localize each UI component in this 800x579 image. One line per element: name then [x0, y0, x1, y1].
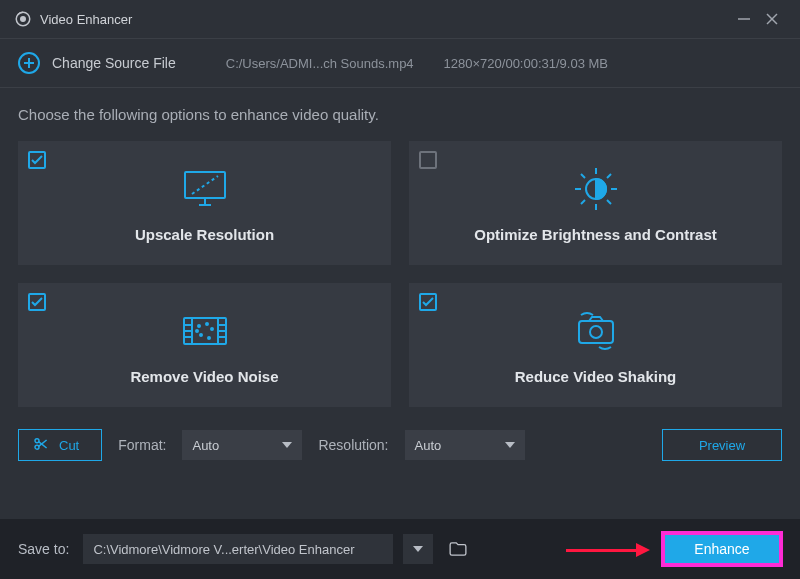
film-noise-icon — [181, 306, 229, 356]
resolution-select[interactable]: Auto — [405, 430, 525, 460]
brightness-icon — [573, 164, 619, 214]
app-icon — [14, 10, 32, 28]
svg-line-18 — [607, 174, 611, 178]
add-source-icon[interactable] — [18, 52, 40, 74]
camera-shake-icon — [571, 306, 621, 356]
chevron-down-icon — [505, 442, 515, 448]
titlebar: Video Enhancer — [0, 0, 800, 38]
controls-row: Cut Format: Auto Resolution: Auto Previe… — [0, 407, 800, 461]
checkbox-shaking[interactable] — [419, 293, 437, 311]
svg-point-36 — [590, 326, 602, 338]
svg-point-34 — [196, 330, 198, 332]
bottom-bar: Save to: C:\Vidmore\Vidmore V...erter\Vi… — [0, 519, 800, 579]
monitor-icon — [182, 164, 228, 214]
saveto-dropdown[interactable] — [403, 534, 433, 564]
format-value: Auto — [192, 438, 219, 453]
option-label: Reduce Video Shaking — [515, 368, 676, 385]
option-label: Remove Video Noise — [130, 368, 278, 385]
svg-point-30 — [206, 323, 208, 325]
svg-point-29 — [198, 325, 200, 327]
resolution-label: Resolution: — [318, 437, 388, 453]
svg-point-31 — [211, 328, 213, 330]
chevron-down-icon — [282, 442, 292, 448]
app-title: Video Enhancer — [40, 12, 132, 27]
saveto-path[interactable]: C:\Vidmore\Vidmore V...erter\Video Enhan… — [83, 534, 393, 564]
preview-button[interactable]: Preview — [662, 429, 782, 461]
option-upscale-resolution[interactable]: Upscale Resolution — [18, 141, 391, 265]
scissors-icon — [33, 436, 49, 455]
annotation-arrow — [566, 543, 650, 557]
svg-rect-35 — [579, 321, 613, 343]
svg-line-16 — [581, 174, 585, 178]
checkbox-upscale[interactable] — [28, 151, 46, 169]
svg-point-32 — [200, 334, 202, 336]
close-button[interactable] — [758, 5, 786, 33]
minimize-button[interactable] — [730, 5, 758, 33]
change-source-link[interactable]: Change Source File — [52, 55, 176, 71]
cut-label: Cut — [59, 438, 79, 453]
preview-label: Preview — [699, 438, 745, 453]
resolution-value: Auto — [415, 438, 442, 453]
svg-line-8 — [192, 176, 218, 194]
option-cards: Upscale Resolution Optimize Brightness a… — [0, 133, 800, 407]
option-reduce-shaking[interactable]: Reduce Video Shaking — [409, 283, 782, 407]
option-label: Upscale Resolution — [135, 226, 274, 243]
svg-rect-7 — [185, 172, 225, 198]
svg-line-19 — [581, 200, 585, 204]
saveto-label: Save to: — [18, 541, 69, 557]
cut-button[interactable]: Cut — [18, 429, 102, 461]
source-row: Change Source File C:/Users/ADMI...ch So… — [0, 39, 800, 87]
option-remove-noise[interactable]: Remove Video Noise — [18, 283, 391, 407]
svg-point-1 — [21, 17, 26, 22]
source-meta: 1280×720/00:00:31/9.03 MB — [444, 56, 608, 71]
saveto-path-text: C:\Vidmore\Vidmore V...erter\Video Enhan… — [93, 542, 354, 557]
option-brightness-contrast[interactable]: Optimize Brightness and Contrast — [409, 141, 782, 265]
option-label: Optimize Brightness and Contrast — [474, 226, 717, 243]
instruction-text: Choose the following options to enhance … — [0, 88, 800, 133]
chevron-down-icon — [413, 546, 423, 552]
enhance-label: Enhance — [694, 541, 749, 557]
format-label: Format: — [118, 437, 166, 453]
open-folder-button[interactable] — [443, 534, 473, 564]
checkbox-noise[interactable] — [28, 293, 46, 311]
svg-line-17 — [607, 200, 611, 204]
format-select[interactable]: Auto — [182, 430, 302, 460]
checkbox-brightness[interactable] — [419, 151, 437, 169]
svg-point-33 — [208, 337, 210, 339]
source-path: C:/Users/ADMI...ch Sounds.mp4 — [226, 56, 414, 71]
enhance-button[interactable]: Enhance — [662, 532, 782, 566]
